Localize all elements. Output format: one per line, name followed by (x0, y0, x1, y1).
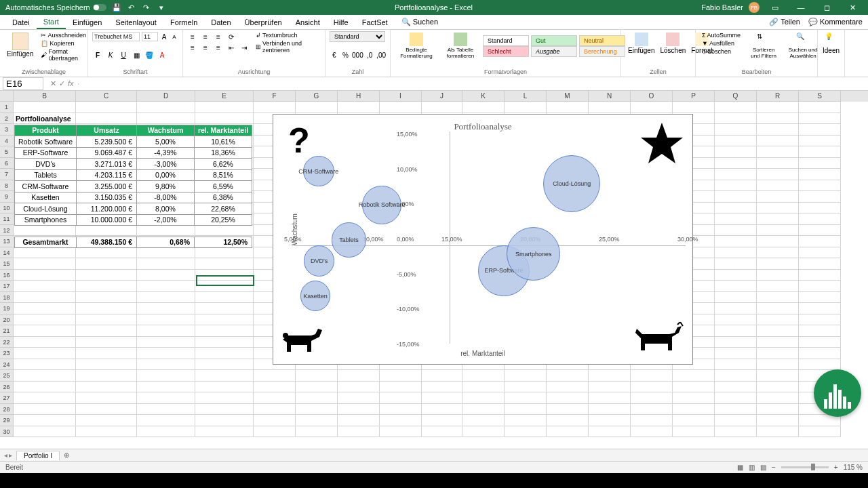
inc-decimal-button[interactable]: ,0 (365, 50, 374, 61)
comments-button[interactable]: 💬 Kommentare (808, 18, 863, 26)
zoom-level[interactable]: 115 % (844, 464, 863, 471)
number-format-select[interactable]: Standard (330, 31, 385, 42)
col-header[interactable]: K (462, 91, 505, 102)
col-header[interactable]: L (505, 91, 547, 102)
currency-button[interactable]: € (330, 50, 339, 61)
col-header[interactable]: F (254, 91, 296, 102)
style-standard[interactable]: Standard (483, 35, 529, 46)
indent-inc-button[interactable]: ⇥ (239, 42, 250, 53)
menu-ansicht[interactable]: Ansicht (289, 16, 327, 28)
align-center-button[interactable]: ≡ (200, 42, 211, 53)
row-header[interactable]: 27 (0, 392, 14, 404)
zoom-out-button[interactable]: − (772, 464, 776, 471)
autosum-button[interactable]: Σ AutoSumme (700, 31, 743, 39)
font-color-button[interactable]: A (157, 50, 167, 61)
col-header[interactable]: M (547, 91, 589, 102)
autosave-toggle[interactable]: Automatisches Speichern (5, 3, 106, 12)
row-header[interactable]: 18 (0, 292, 14, 304)
row-header[interactable]: 12 (0, 225, 14, 237)
col-header[interactable]: H (338, 91, 380, 102)
wrap-text-button[interactable]: ↲ Textumbruch (254, 31, 321, 39)
fill-button[interactable]: ▼ Ausfüllen (700, 39, 743, 47)
zoom-in-button[interactable]: + (834, 464, 838, 471)
delete-cells-button[interactable]: Löschen (657, 31, 688, 56)
fx-icon[interactable]: fx (68, 79, 74, 88)
clear-button[interactable]: ◇ Löschen (700, 47, 743, 56)
row-header[interactable]: 28 (0, 404, 14, 415)
row-header[interactable]: 9 (0, 191, 14, 203)
row-header[interactable]: 5 (0, 146, 14, 158)
sheet-tab-active[interactable]: Portfolio I (16, 451, 60, 460)
menu-daten[interactable]: Daten (204, 16, 237, 28)
qat-more-icon[interactable]: ▾ (157, 3, 166, 12)
row-header[interactable]: 11 (0, 214, 14, 225)
menu-datei[interactable]: Datei (5, 16, 37, 28)
undo-icon[interactable]: ↶ (127, 3, 136, 12)
search-box[interactable]: 🔍 Suchen (395, 16, 445, 28)
add-sheet-button[interactable]: ⊕ (60, 451, 73, 459)
view-normal-button[interactable]: ▦ (737, 464, 743, 471)
row-header[interactable]: 3 (0, 124, 14, 136)
minimize-button[interactable]: — (791, 3, 811, 12)
sort-filter-button[interactable]: ⇅Sortieren und Filtern (745, 31, 782, 60)
close-button[interactable]: ✕ (842, 3, 863, 12)
cut-button[interactable]: ✂ Ausschneiden (39, 31, 88, 39)
style-gut[interactable]: Gut (531, 35, 577, 46)
row-header[interactable]: 4 (0, 136, 14, 147)
align-top-button[interactable]: ≡ (187, 31, 198, 42)
redo-icon[interactable]: ↷ (142, 3, 151, 12)
row-header[interactable]: 14 (0, 247, 14, 259)
insert-cells-button[interactable]: Einfügen (625, 31, 657, 56)
col-header[interactable]: J (422, 91, 462, 102)
underline-button[interactable]: U (118, 50, 129, 61)
menu-ueberpruefen[interactable]: Überprüfen (238, 16, 289, 28)
col-header[interactable]: D (137, 91, 195, 102)
row-header[interactable]: 19 (0, 303, 14, 314)
col-header[interactable]: I (380, 91, 422, 102)
find-select-button[interactable]: 🔍Suchen und Auswählen (785, 31, 821, 60)
row-header[interactable]: 2 (0, 113, 14, 125)
merge-button[interactable]: ⊞ Verbinden und zentrieren (254, 39, 321, 54)
view-break-button[interactable]: ▤ (760, 464, 766, 471)
align-middle-button[interactable]: ≡ (200, 31, 211, 42)
col-header[interactable]: N (589, 91, 631, 102)
formula-input[interactable] (78, 83, 868, 85)
col-header[interactable]: C (76, 91, 137, 102)
style-schlecht[interactable]: Schlecht (483, 46, 529, 57)
row-header[interactable]: 22 (0, 337, 14, 348)
align-right-button[interactable]: ≡ (213, 42, 224, 53)
maximize-button[interactable]: ◻ (816, 3, 837, 12)
col-header[interactable]: G (296, 91, 338, 102)
row-header[interactable]: 7 (0, 169, 14, 180)
border-button[interactable]: ▦ (131, 50, 142, 61)
select-all-corner[interactable] (0, 91, 14, 102)
cancel-formula-icon[interactable]: ✕ (50, 79, 56, 88)
row-header[interactable]: 25 (0, 370, 14, 382)
row-header[interactable]: 8 (0, 180, 14, 192)
col-header[interactable]: P (673, 91, 715, 102)
fill-color-button[interactable]: 🪣 (144, 50, 155, 61)
view-layout-button[interactable]: ▥ (749, 464, 755, 471)
paste-button[interactable]: Einfügen (4, 31, 36, 62)
col-header[interactable]: S (799, 91, 841, 102)
align-left-button[interactable]: ≡ (187, 42, 198, 53)
orientation-button[interactable]: ⟳ (226, 31, 237, 42)
row-header[interactable]: 24 (0, 359, 14, 371)
style-neutral[interactable]: Neutral (579, 35, 625, 46)
comma-button[interactable]: 000 (352, 50, 363, 61)
style-berechnung[interactable]: Berechnung (579, 46, 625, 57)
conditional-formatting-button[interactable]: Bedingte Formatierung (395, 31, 438, 60)
menu-start[interactable]: Start (37, 16, 66, 29)
decrease-font-button[interactable]: A (170, 31, 178, 42)
user-avatar[interactable]: FB (749, 2, 760, 13)
share-button[interactable]: 🔗 Teilen (769, 18, 800, 26)
format-as-table-button[interactable]: Als Tabelle formatieren (441, 31, 480, 60)
row-header[interactable]: 16 (0, 270, 14, 281)
col-header[interactable]: E (195, 91, 254, 102)
menu-seitenlayout[interactable]: Seitenlayout (108, 16, 163, 28)
align-bottom-button[interactable]: ≡ (213, 31, 224, 42)
font-name-select[interactable] (92, 32, 140, 41)
row-header[interactable]: 26 (0, 382, 14, 393)
col-header[interactable]: R (757, 91, 799, 102)
col-header[interactable]: O (631, 91, 673, 102)
